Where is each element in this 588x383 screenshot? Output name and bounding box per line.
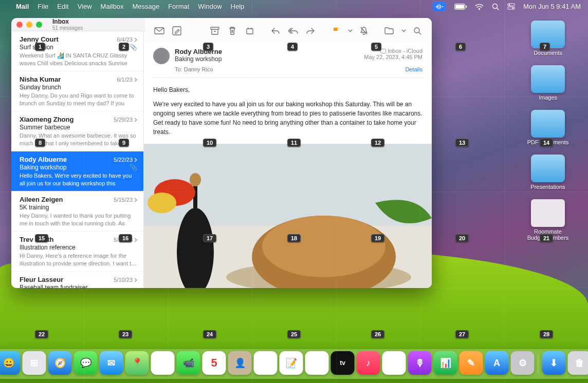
compose-icon[interactable] bbox=[170, 24, 184, 37]
message-list-item[interactable]: Nisha Kumar6/1/23 Sunday brunchHey Danny… bbox=[11, 71, 143, 111]
menubar: Mail File Edit View Mailbox Message Form… bbox=[0, 0, 588, 13]
menubar-clock[interactable]: Mon Jun 5 9:41 AM bbox=[523, 3, 581, 10]
folder-icon bbox=[531, 21, 565, 48]
message-list-item[interactable]: Aileen Zeigen5/15/23 5K trainingHey Dann… bbox=[11, 192, 143, 232]
dock-app-contacts[interactable]: 👤 bbox=[228, 351, 252, 375]
search-icon[interactable] bbox=[410, 24, 425, 37]
msg-preview: Danny, What an awesome barbecue. It was … bbox=[20, 132, 137, 146]
msg-subject: 5K training bbox=[20, 204, 137, 211]
msg-from: Aileen Zeigen bbox=[20, 196, 63, 203]
dock-app-appstore[interactable]: A bbox=[485, 351, 509, 375]
folder-icon bbox=[531, 65, 565, 93]
dock-app-photos[interactable]: ❀ bbox=[151, 351, 175, 375]
menubar-item-format[interactable]: Format bbox=[168, 3, 189, 10]
dock-app-notes[interactable]: 📝 bbox=[280, 351, 303, 375]
svg-rect-17 bbox=[381, 49, 386, 53]
dock-app-finder[interactable]: 😀 bbox=[0, 351, 21, 375]
grid-badge: 20 bbox=[455, 234, 469, 242]
msg-from: Fleur Lasseur bbox=[20, 276, 63, 283]
reply-icon[interactable] bbox=[268, 24, 283, 37]
dock-app-maps[interactable]: 📍 bbox=[125, 351, 149, 375]
dock-app-pages[interactable]: ✎ bbox=[460, 351, 483, 375]
archive-icon[interactable] bbox=[208, 24, 222, 37]
menubar-item-message[interactable]: Message bbox=[132, 3, 159, 10]
dock-app-news[interactable]: N bbox=[382, 351, 406, 375]
message-list-item[interactable]: Fleur Lasseur5/10/23 Baseball team fundr… bbox=[11, 272, 143, 288]
svg-point-6 bbox=[509, 4, 510, 6]
reply-all-icon[interactable] bbox=[286, 24, 300, 37]
desktop-item[interactable]: PDF Documents bbox=[517, 110, 579, 145]
wifi-icon[interactable] bbox=[475, 4, 484, 10]
msg-date: 5/22/23 bbox=[114, 157, 137, 163]
get-mail-icon[interactable] bbox=[152, 24, 167, 37]
message-list-item[interactable]: Xiaomeng Zhong5/29/23 Summer barbecueDan… bbox=[11, 111, 143, 151]
paperclip-icon: 📎 bbox=[130, 44, 137, 51]
voice-control-icon[interactable] bbox=[433, 2, 446, 11]
folder-icon bbox=[531, 155, 565, 182]
dock-app-messages[interactable]: 💬 bbox=[74, 351, 98, 375]
move-menu-chevron-icon[interactable] bbox=[400, 24, 407, 37]
flag-icon[interactable] bbox=[329, 24, 343, 37]
msg-preview: Hi Danny, Here's a reference image for t… bbox=[20, 252, 137, 266]
dock-app-settings[interactable]: ⚙ bbox=[511, 351, 535, 375]
paperclip-icon: 📎 bbox=[130, 164, 137, 171]
dock-app-calendar[interactable]: 5 bbox=[203, 351, 226, 375]
menubar-item-view[interactable]: View bbox=[78, 3, 92, 10]
dock-app-numbers[interactable]: 📊 bbox=[434, 351, 457, 375]
trash-icon[interactable] bbox=[225, 24, 240, 37]
msg-preview: Hey Danny, Do you and Rigo want to come … bbox=[20, 92, 137, 106]
control-center-icon[interactable] bbox=[507, 3, 515, 10]
dock-app-freeform[interactable]: 〰 bbox=[305, 351, 329, 375]
grid-badge: 13 bbox=[455, 139, 469, 147]
desktop-item[interactable]: Images bbox=[517, 65, 579, 101]
reader-details-link[interactable]: Details bbox=[405, 66, 422, 72]
menubar-item-help[interactable]: Help bbox=[231, 3, 245, 10]
move-icon[interactable] bbox=[382, 24, 397, 37]
msg-date: 5/15/23 bbox=[114, 197, 137, 203]
dock-separator bbox=[538, 354, 539, 374]
dock-app-reminders[interactable]: ≡ bbox=[254, 351, 278, 375]
msg-from: Nisha Kumar bbox=[20, 75, 61, 83]
spotlight-icon[interactable] bbox=[492, 3, 499, 10]
desktop-item[interactable]: Documents bbox=[517, 21, 579, 56]
message-list[interactable]: Jenny Court6/4/23 Surf session 📎Weekend … bbox=[11, 31, 144, 288]
message-list-item[interactable]: Rody Albuerne5/22/23 Baking workshop 📎He… bbox=[11, 151, 143, 192]
svg-point-7 bbox=[512, 7, 514, 9]
reader-subject: Baking workshop bbox=[175, 55, 222, 63]
dock-app-downloads[interactable]: ⬇ bbox=[542, 351, 566, 375]
svg-rect-15 bbox=[247, 29, 253, 34]
dock-app-trash[interactable]: 🗑 bbox=[568, 351, 589, 375]
message-list-item[interactable]: Trev Smith5/11/23 Illustration reference… bbox=[11, 232, 143, 272]
mute-icon[interactable] bbox=[357, 24, 371, 37]
desktop-item[interactable]: Roommate Budget.numbers bbox=[517, 199, 579, 241]
dock-app-podcasts[interactable]: 🎙 bbox=[408, 351, 432, 375]
dock-app-music[interactable]: ♪ bbox=[357, 351, 380, 375]
message-list-item[interactable]: Jenny Court6/4/23 Surf session 📎Weekend … bbox=[11, 31, 143, 71]
window-minimize-button[interactable] bbox=[26, 22, 32, 28]
window-close-button[interactable] bbox=[16, 22, 23, 28]
folder-icon bbox=[531, 110, 565, 138]
desktop-item[interactable]: Presentations bbox=[517, 155, 579, 190]
menubar-app-name[interactable]: Mail bbox=[16, 3, 29, 10]
junk-icon[interactable] bbox=[243, 24, 257, 37]
dock-app-safari[interactable]: 🧭 bbox=[48, 351, 72, 375]
dock-app-tv[interactable]: tv bbox=[331, 351, 355, 375]
reader-to-label: To: bbox=[175, 66, 182, 72]
dock-app-facetime[interactable]: 📹 bbox=[177, 351, 200, 375]
flag-menu-chevron-icon[interactable] bbox=[346, 24, 354, 37]
forward-icon[interactable] bbox=[303, 24, 318, 37]
dock-app-launchpad[interactable]: ⊞ bbox=[23, 351, 46, 375]
reader-datetime: May 22, 2023, 4:45 PM bbox=[364, 54, 422, 60]
battery-icon[interactable] bbox=[454, 4, 467, 10]
menubar-item-mailbox[interactable]: Mailbox bbox=[101, 3, 124, 10]
desktop-item-label: Images bbox=[539, 94, 557, 101]
menubar-item-file[interactable]: File bbox=[38, 3, 48, 10]
menubar-item-edit[interactable]: Edit bbox=[57, 3, 68, 10]
dock-app-mail[interactable]: ✉ bbox=[100, 351, 123, 375]
menubar-item-window[interactable]: Window bbox=[198, 3, 222, 10]
svg-rect-14 bbox=[211, 27, 219, 29]
window-zoom-button[interactable] bbox=[36, 22, 42, 28]
sender-avatar bbox=[153, 48, 170, 64]
mail-window: Inbox 51 messages Jenny Court6/4/23 Surf… bbox=[11, 18, 432, 288]
desktop-icons: DocumentsImagesPDF DocumentsPresentation… bbox=[517, 21, 579, 241]
